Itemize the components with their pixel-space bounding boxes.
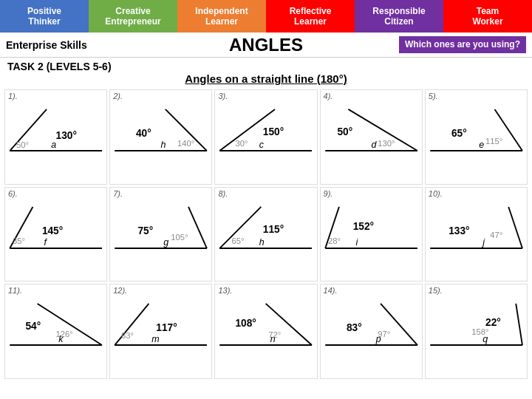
angle-svg-2: h 140° 40° [110, 90, 211, 184]
svg-text:158°: 158° [471, 328, 488, 337]
svg-text:m: m [151, 335, 159, 345]
svg-text:130°: 130° [56, 130, 77, 141]
svg-text:63°: 63° [121, 332, 134, 341]
angle-cell-13: 13). n 72° 108° [214, 284, 317, 379]
tab-reflective[interactable]: ReflectiveLearner [266, 0, 355, 33]
svg-text:97°: 97° [378, 330, 390, 338]
task-header: TASK 2 (LEVELS 5-6) Angles on a straight… [0, 58, 532, 86]
angle-svg-3: c 30° 150° [215, 90, 316, 184]
svg-text:117°: 117° [157, 323, 177, 334]
svg-text:d: d [371, 140, 377, 150]
angle-svg-1: a 50° 130° [5, 90, 106, 184]
svg-text:f: f [44, 237, 47, 248]
svg-text:40°: 40° [136, 128, 151, 139]
svg-text:115°: 115° [485, 137, 502, 146]
svg-line-51 [38, 304, 102, 345]
svg-line-71 [516, 304, 522, 345]
svg-line-46 [508, 207, 522, 248]
which-ones-label: Which ones are you using? [399, 36, 526, 54]
tab-team-label: TeamWorker [472, 6, 502, 27]
svg-text:72°: 72° [269, 330, 282, 339]
svg-text:150°: 150° [263, 126, 284, 137]
svg-text:83°: 83° [347, 323, 362, 334]
tab-positive-label: PositiveThinker [27, 6, 61, 27]
svg-text:22°: 22° [485, 317, 501, 328]
svg-text:105°: 105° [171, 232, 188, 241]
angle-cell-6: 6). f 35° 145° [4, 187, 107, 282]
angle-svg-11: k 126° 54° [5, 284, 106, 378]
svg-text:65°: 65° [232, 236, 245, 245]
svg-text:130°: 130° [378, 139, 395, 148]
angle-svg-4: d 130° 50° [321, 90, 422, 184]
svg-text:e: e [479, 140, 484, 150]
tab-team[interactable]: TeamWorker [443, 0, 532, 33]
angles-title: ANGLES [229, 35, 303, 55]
svg-text:75°: 75° [138, 225, 154, 236]
svg-text:h: h [259, 237, 265, 248]
tab-reflective-label: ReflectiveLearner [290, 6, 332, 27]
task-subtitle: Angles on a straight line (180°) [7, 72, 525, 85]
angle-svg-10: j 47° 133° [426, 188, 527, 282]
header-tabs: PositiveThinker CreativeEntrepreneur Ind… [0, 0, 532, 33]
svg-text:145°: 145° [42, 225, 63, 236]
angle-cell-12: 12). m 63° 117° [109, 284, 212, 379]
tab-independent-label: IndependentLearner [195, 6, 248, 27]
svg-text:50°: 50° [16, 140, 29, 149]
angle-cell-7: 7). g 105° 75° [109, 187, 212, 282]
angle-svg-15: q 158° 22° [426, 284, 527, 378]
svg-line-31 [188, 207, 207, 248]
tab-creative[interactable]: CreativeEntrepreneur [89, 0, 177, 33]
angle-cell-4: 4). d 130° 50° [320, 89, 423, 185]
angle-cell-2: 2). h 140° 40° [109, 89, 212, 185]
angle-cell-14: 14). p 97° 83° [320, 284, 423, 379]
enterprise-label: Enterprise Skills [6, 39, 87, 51]
svg-text:30°: 30° [236, 139, 248, 148]
svg-text:c: c [259, 140, 265, 150]
angle-svg-14: p 97° 83° [321, 284, 422, 378]
tab-responsible[interactable]: ResponsibleCitizen [355, 0, 443, 33]
angle-svg-7: g 105° 75° [110, 188, 211, 282]
angle-svg-12: m 63° 117° [110, 284, 211, 378]
angle-cell-8: 8). h 65° 115° [214, 187, 317, 282]
svg-line-66 [381, 304, 417, 345]
angle-cell-9: 9). i 28° 152° [320, 187, 423, 282]
angle-svg-9: i 28° 152° [321, 188, 422, 282]
angles-grid: 1). a 50° 130° 2). h 140° 40° 3). c 30° … [0, 86, 532, 382]
svg-text:50°: 50° [337, 126, 352, 137]
svg-text:65°: 65° [451, 128, 467, 139]
svg-text:133°: 133° [449, 225, 469, 236]
svg-text:g: g [164, 237, 169, 248]
tab-positive[interactable]: PositiveThinker [0, 0, 89, 33]
svg-text:108°: 108° [236, 318, 256, 329]
svg-text:140°: 140° [177, 139, 194, 148]
angle-svg-8: h 65° 115° [215, 188, 316, 282]
tab-creative-label: CreativeEntrepreneur [105, 6, 160, 27]
angle-cell-5: 5). e 115° 65° [425, 89, 528, 185]
svg-text:152°: 152° [352, 221, 373, 232]
angle-cell-10: 10). j 47° 133° [425, 187, 528, 282]
svg-text:47°: 47° [490, 231, 502, 239]
svg-text:126°: 126° [56, 330, 73, 338]
svg-text:28°: 28° [328, 236, 341, 245]
tab-independent[interactable]: IndependentLearner [177, 0, 266, 33]
angle-svg-5: e 115° 65° [426, 90, 527, 184]
angle-cell-15: 15). q 158° 22° [425, 284, 528, 379]
svg-text:115°: 115° [263, 223, 284, 234]
svg-text:i: i [355, 237, 358, 248]
angle-cell-3: 3). c 30° 150° [214, 89, 317, 185]
angle-svg-13: n 72° 108° [215, 284, 316, 378]
angle-cell-11: 11). k 126° 54° [4, 284, 107, 379]
task-title: TASK 2 (LEVELS 5-6) [7, 61, 525, 72]
angle-cell-1: 1). a 50° 130° [4, 89, 107, 185]
svg-text:h: h [161, 140, 166, 150]
svg-text:a: a [51, 140, 56, 150]
tab-responsible-label: ResponsibleCitizen [372, 6, 425, 27]
svg-text:35°: 35° [13, 236, 25, 245]
svg-text:54°: 54° [25, 321, 41, 332]
svg-text:j: j [481, 237, 485, 248]
angle-svg-6: f 35° 145° [5, 188, 106, 282]
